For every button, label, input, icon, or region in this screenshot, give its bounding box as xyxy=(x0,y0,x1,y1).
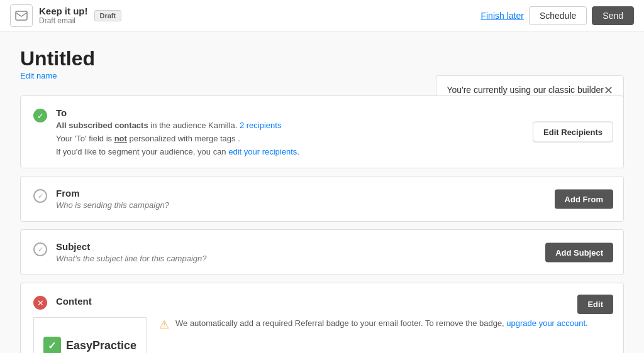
add-from-btn-wrap: Add From xyxy=(555,189,613,209)
from-body: From Who is sending this campaign? xyxy=(56,188,611,210)
subject-body: Subject What's the subject line for this… xyxy=(56,241,611,263)
send-button[interactable]: Send xyxy=(592,6,634,25)
banner-close-button[interactable]: ✕ xyxy=(604,85,613,96)
to-body: To All subscribed contacts in the audien… xyxy=(56,107,611,156)
content-section: ✕ Content Edit ✓ EasyPractice ⚠ We autom… xyxy=(20,283,624,353)
notice-text: We automatically add a required Referral… xyxy=(175,317,588,330)
draft-badge: Draft xyxy=(94,10,122,21)
topbar: Keep it up! Draft email Draft Finish lat… xyxy=(0,0,644,31)
content-header: ✕ Content Edit xyxy=(33,295,611,310)
subject-section: ✓ Subject What's the subject line for th… xyxy=(20,229,624,275)
edit-recipients-btn-wrap: Edit Recipients xyxy=(533,122,613,143)
content-body: ✓ EasyPractice ⚠ We automatically add a … xyxy=(33,317,611,353)
warning-icon: ⚠ xyxy=(159,318,169,332)
add-subject-button[interactable]: Add Subject xyxy=(545,242,613,262)
upgrade-account-link[interactable]: upgrade your account. xyxy=(506,318,587,328)
from-check-icon: ✓ xyxy=(33,189,47,203)
edit-recipients-button[interactable]: Edit Recipients xyxy=(533,122,613,143)
merge-note: Your 'To' field is not personalized with… xyxy=(56,134,611,143)
edit-name-link[interactable]: Edit name xyxy=(20,71,57,80)
to-description: All subscribed contacts in the audience … xyxy=(56,121,611,130)
subject-title: Subject xyxy=(56,241,611,252)
from-section: ✓ From Who is sending this campaign? Add… xyxy=(20,176,624,222)
content-preview: ✓ EasyPractice xyxy=(33,317,147,353)
content-title: Content xyxy=(56,296,92,307)
svg-rect-0 xyxy=(16,11,27,20)
add-from-button[interactable]: Add From xyxy=(555,189,613,209)
edit-content-button[interactable]: Edit xyxy=(577,295,613,314)
recipients-link[interactable]: 2 recipients xyxy=(240,121,281,130)
all-subscribed-text: All subscribed contacts xyxy=(56,121,148,130)
content-error-icon: ✕ xyxy=(33,296,47,310)
topbar-actions: Finish later Schedule Send xyxy=(480,6,634,25)
email-icon xyxy=(10,4,33,27)
to-section: ✓ To All subscribed contacts in the audi… xyxy=(20,95,624,168)
to-description-middle: in the audience Kamilla. xyxy=(150,121,240,130)
preview-brand-name: EasyPractice xyxy=(66,339,136,352)
finish-later-button[interactable]: Finish later xyxy=(480,11,523,21)
to-check-icon: ✓ xyxy=(33,109,47,122)
topbar-info: Keep it up! Draft email xyxy=(39,6,88,25)
campaign-title: Untitled xyxy=(20,46,624,70)
preview-logo: ✓ EasyPractice xyxy=(43,337,136,353)
edit-recipients-link[interactable]: edit your recipients xyxy=(228,147,297,156)
from-subtitle: Who is sending this campaign? xyxy=(56,200,611,210)
topbar-title: Keep it up! xyxy=(39,6,88,16)
segment-note: If you'd like to segment your audience, … xyxy=(56,147,611,156)
add-subject-btn-wrap: Add Subject xyxy=(545,242,613,262)
preview-check-icon: ✓ xyxy=(43,337,61,353)
subject-subtitle: What's the subject line for this campaig… xyxy=(56,254,611,263)
to-title: To xyxy=(56,107,611,118)
banner-message: You're currently using our classic build… xyxy=(447,85,604,95)
from-title: From xyxy=(56,188,611,198)
topbar-subtitle: Draft email xyxy=(39,16,88,25)
main-content: Untitled Edit name You're currently usin… xyxy=(0,31,644,353)
content-notice: ⚠ We automatically add a required Referr… xyxy=(159,317,588,353)
schedule-button[interactable]: Schedule xyxy=(529,6,587,25)
subject-check-icon: ✓ xyxy=(33,242,47,256)
topbar-left: Keep it up! Draft email Draft xyxy=(10,4,121,27)
